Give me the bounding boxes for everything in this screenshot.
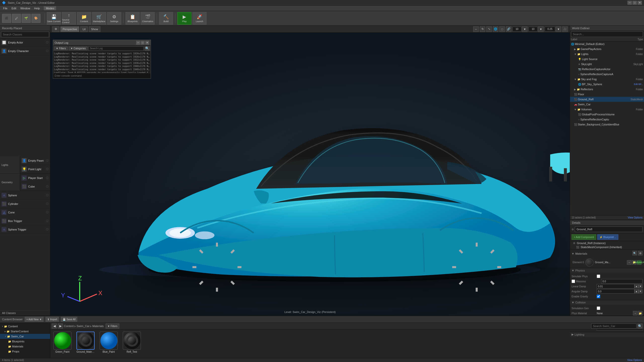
modes-button[interactable]: Modes (44, 6, 56, 10)
launch-btn[interactable]: 🚀 Launch (192, 12, 207, 25)
log-categories-btn[interactable]: ▼ Categories (69, 47, 88, 50)
asset-refl-test[interactable]: Refl_Test (122, 332, 142, 353)
breadcrumb-swim-car[interactable]: Swim_Car (77, 325, 90, 328)
place-item-empty-character[interactable]: 👤 Empty Character ⓘ (0, 47, 50, 55)
material-goto-btn[interactable]: → (627, 260, 631, 265)
phys-mat-browse[interactable]: 📁 (638, 311, 642, 315)
menu-file[interactable]: File (1, 6, 10, 10)
folder-materials[interactable]: 📁 Materials (0, 344, 50, 349)
physics-section-header[interactable]: ▼ Physics (570, 268, 644, 273)
folder-blueprints[interactable]: 📁 Blueprints (0, 339, 50, 344)
angular-damp-up[interactable]: ▲ (634, 289, 638, 293)
log-filters-btn[interactable]: ▼ Filters (54, 47, 68, 50)
place-item-cylinder[interactable]: ⬛ Cylinder ⓘ (0, 200, 50, 208)
rot-snap-down[interactable]: ▼ (538, 26, 544, 32)
add-component-btn[interactable]: + Add Component (572, 234, 596, 240)
wo-item-minimal-default[interactable]: 🌐Minimal_Default (Editor) (570, 41, 644, 47)
wo-item-skylight[interactable]: ☀SkyLightSkyLight (570, 62, 644, 67)
rot-snap-input[interactable] (529, 27, 538, 32)
place-item-cone[interactable]: △ Cone ⓘ (0, 208, 50, 217)
materials-options-btn[interactable]: ⚙ (638, 251, 642, 255)
cinematics-btn[interactable]: 🎬 Cinematics (141, 12, 155, 25)
wo-item-light-source[interactable]: 💡Light Source (570, 57, 644, 62)
content-browser-search[interactable] (591, 324, 636, 329)
wo-item-reflectors[interactable]: ▶📁ReflectorsFolder (570, 87, 644, 92)
wo-item-sphere-refl2[interactable]: ○SphereReflectionCaptu (570, 117, 644, 122)
simulate-phys-checkbox[interactable] (597, 275, 600, 278)
play-btn[interactable]: ▶ Play (177, 12, 191, 25)
scale-snap-input[interactable] (545, 27, 555, 32)
materials-search-btn[interactable]: 🔍 (632, 251, 637, 255)
textures-btn[interactable]: Textures▼ (637, 260, 641, 265)
details-name-input[interactable] (575, 227, 642, 232)
save-all-btn[interactable]: 💾 Save All (61, 317, 77, 322)
import-btn[interactable]: ⬆ Import (46, 317, 59, 322)
world-outliner-search[interactable] (571, 31, 643, 37)
mass-input[interactable] (601, 279, 642, 284)
menu-help[interactable]: Help (32, 6, 42, 10)
asset-ground-material[interactable]: Ground_Material (75, 332, 96, 353)
source-control-btn[interactable]: ↑ Source Control (62, 12, 76, 25)
marketplace-btn[interactable]: 🛒 Marketplace (92, 12, 106, 25)
component-static-mesh[interactable]: ⬛ StaticMeshComponent (Inherited) (570, 245, 644, 249)
mode-btn-4[interactable]: 🎨 (31, 14, 41, 23)
viewport[interactable]: ⚙ Perspective Lit Show ↔ ↻ ⤡ 🌐 □ 🔗 ▼ ▼ (50, 26, 570, 315)
wo-item-lights[interactable]: ▼📁LightsFolder (570, 52, 644, 57)
enable-gravity-checkbox[interactable] (597, 295, 600, 298)
lit-btn[interactable]: Lit (80, 26, 88, 32)
linear-damp-up[interactable]: ▲ (634, 284, 638, 288)
linear-damp-input[interactable] (597, 284, 634, 289)
content-btn[interactable]: 📁 Content (77, 12, 91, 25)
place-item-cube[interactable]: ⬛ Cube ⓘ (20, 182, 50, 191)
cb-view-options-btn[interactable]: View Options (627, 359, 642, 361)
mode-btn-1[interactable]: ⬛ (2, 14, 11, 23)
cb-back-btn[interactable]: ◀ (52, 324, 57, 329)
output-log-close[interactable]: ✕ (145, 41, 149, 45)
output-log-maximize[interactable]: □ (141, 41, 145, 45)
view-options-btn[interactable]: View Options (628, 216, 642, 219)
mass-override-checkbox[interactable] (572, 280, 575, 283)
menu-edit[interactable]: Edit (10, 6, 18, 10)
viewport-canvas[interactable]: Output Log ─ □ ✕ ▼ Filters ▼ Categories … (50, 33, 570, 315)
maximize-btn[interactable]: □ (632, 1, 637, 5)
menu-window[interactable]: Window (18, 6, 32, 10)
cb-search-btn[interactable]: 🔍 (637, 324, 642, 329)
wo-item-ground-refl[interactable]: ⬛Ground_ReflStaticMesh (570, 97, 644, 102)
simulation-gen-checkbox[interactable] (597, 306, 600, 310)
wo-item-floor[interactable]: ⬛Floor (570, 92, 644, 97)
build-btn[interactable]: 🔨 Build (159, 12, 173, 25)
blueprint-btn[interactable]: ⚡ Blueprint/... (597, 234, 618, 240)
breadcrumb-content[interactable]: Content (64, 325, 74, 328)
phys-mat-goto[interactable]: → (633, 311, 637, 315)
asset-green-paint[interactable]: Green_Paint (52, 332, 72, 353)
grid-snap-down[interactable]: ▼ (522, 26, 528, 32)
breadcrumb-materials[interactable]: Materials (92, 325, 104, 328)
place-item-empty-pawn[interactable]: 👤 Empty Pawn ⓘ (20, 156, 50, 165)
folder-starter-content[interactable]: ▶ 📁 StarterContent (0, 329, 50, 334)
add-new-btn[interactable]: + Add New ▼ (25, 317, 44, 322)
folder-content[interactable]: ▼ 📁 Content (0, 324, 50, 329)
place-item-box-trigger[interactable]: ⬛ Box Trigger ⓘ (0, 217, 50, 225)
viewport-type-btn[interactable]: ⚙ (52, 26, 59, 32)
wo-item-volumes[interactable]: ▼📁VolumesFolder (570, 107, 644, 112)
place-item-sphere[interactable]: ○ Sphere ⓘ (0, 191, 50, 200)
wo-item-sphere-reflection[interactable]: ○SphereReflectionCaptureA (570, 72, 644, 77)
minimize-btn[interactable]: ─ (627, 1, 632, 5)
show-btn[interactable]: Show (89, 26, 100, 32)
angular-damp-input[interactable] (597, 289, 634, 294)
wo-item-gameplay-actors[interactable]: ▶📁GamePlayActorsFolder (570, 47, 644, 52)
cb-forward-btn[interactable]: ▶ (58, 324, 63, 329)
wo-item-reflection-capture[interactable]: 📷ReflectionCaptureActor (570, 67, 644, 72)
wo-item-post-process[interactable]: ⬛GlobalPostProcessVolume (570, 112, 644, 117)
wo-item-bp-sky[interactable]: 🌐BP_Sky_SphereEdit BP... (570, 82, 644, 87)
place-item-point-light[interactable]: 💡 Point Light ⓘ (20, 165, 50, 173)
save-current-btn[interactable]: 💾 Save Current (47, 12, 61, 25)
folder-props[interactable]: 📁 Props (0, 349, 50, 354)
linear-damp-down[interactable]: ▼ (638, 284, 642, 288)
vp-snap-icon[interactable]: 🔗 (506, 26, 511, 32)
log-search-input[interactable] (89, 46, 144, 51)
all-classes-label[interactable]: All Classes (2, 311, 16, 314)
collision-section-header[interactable]: ▼ Collision (570, 300, 644, 305)
scale-snap-down[interactable]: ▼ (556, 26, 561, 32)
vp-scale-icon[interactable]: ⤡ (486, 26, 492, 32)
